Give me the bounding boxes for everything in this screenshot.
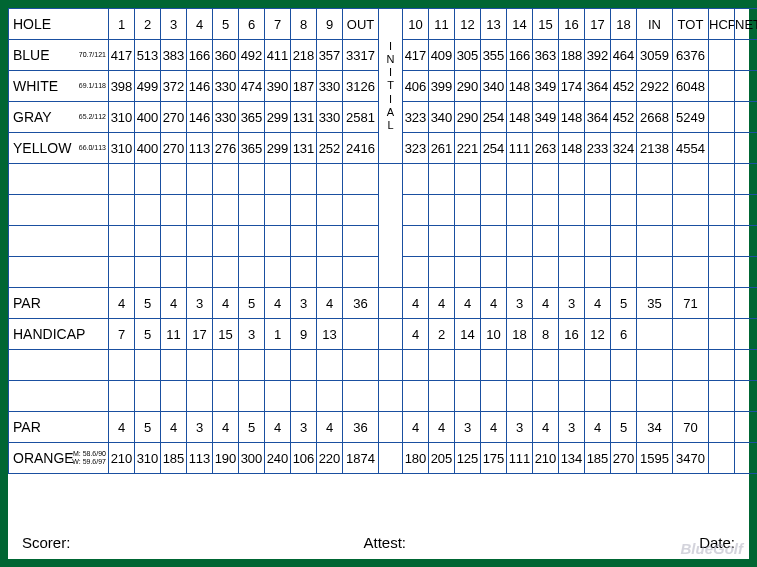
tot-cell: 4554 <box>673 133 709 164</box>
hcp-cell <box>709 319 735 350</box>
cell: 131 <box>291 133 317 164</box>
cell: 300 <box>239 443 265 474</box>
cell <box>291 257 317 288</box>
cell <box>161 164 187 195</box>
cell: 4 <box>161 288 187 319</box>
cell: 5 <box>239 288 265 319</box>
cell: 2 <box>429 319 455 350</box>
cell <box>481 164 507 195</box>
cell: 4 <box>481 288 507 319</box>
cell: 349 <box>533 71 559 102</box>
cell: 10 <box>481 319 507 350</box>
cell: 3 <box>291 412 317 443</box>
in-cell <box>637 226 673 257</box>
tot-cell <box>673 319 709 350</box>
cell: 4 <box>317 412 343 443</box>
hole-7: 7 <box>265 9 291 40</box>
net-cell <box>735 195 758 226</box>
tot-label: TOT <box>673 9 709 40</box>
cell: 392 <box>585 40 611 71</box>
cell <box>611 164 637 195</box>
hole-9: 9 <box>317 9 343 40</box>
cell <box>507 195 533 226</box>
cell <box>317 257 343 288</box>
cell <box>455 350 481 381</box>
cell <box>403 381 429 412</box>
cell <box>559 381 585 412</box>
hole-13: 13 <box>481 9 507 40</box>
in-cell <box>637 257 673 288</box>
initial-blank <box>379 412 403 443</box>
tot-cell <box>673 164 709 195</box>
cell: 4 <box>265 288 291 319</box>
cell <box>109 226 135 257</box>
cell: 406 <box>403 71 429 102</box>
cell <box>265 381 291 412</box>
cell: 254 <box>481 133 507 164</box>
tee-yellow: YELLOW66.0/113 <box>9 133 109 164</box>
cell <box>213 257 239 288</box>
tot-cell: 6376 <box>673 40 709 71</box>
cell <box>213 381 239 412</box>
cell: 270 <box>611 443 637 474</box>
cell: 323 <box>403 133 429 164</box>
footer: Scorer: Attest: Date: <box>8 534 749 551</box>
cell: 276 <box>213 133 239 164</box>
cell <box>481 350 507 381</box>
out-cell: 1874 <box>343 443 379 474</box>
cell <box>455 381 481 412</box>
cell <box>507 381 533 412</box>
out-cell <box>343 350 379 381</box>
initial-blank <box>379 443 403 474</box>
cell: 390 <box>265 71 291 102</box>
out-cell <box>343 195 379 226</box>
hole-18: 18 <box>611 9 637 40</box>
cell: 113 <box>187 133 213 164</box>
cell <box>403 195 429 226</box>
cell <box>559 195 585 226</box>
cell: 146 <box>187 71 213 102</box>
tot-cell <box>673 226 709 257</box>
out-cell <box>343 381 379 412</box>
attest-label: Attest: <box>363 534 406 551</box>
cell: 372 <box>161 71 187 102</box>
cell <box>161 381 187 412</box>
cell: 180 <box>403 443 429 474</box>
net-cell <box>735 443 758 474</box>
cell: 210 <box>109 443 135 474</box>
cell: 134 <box>559 443 585 474</box>
cell: 4 <box>317 288 343 319</box>
cell <box>533 257 559 288</box>
cell: 365 <box>239 133 265 164</box>
out-cell <box>343 319 379 350</box>
cell: 270 <box>161 102 187 133</box>
cell <box>187 350 213 381</box>
cell <box>265 164 291 195</box>
cell: 9 <box>291 319 317 350</box>
initial-label: INITIAL <box>379 9 403 164</box>
hcp-cell <box>709 102 735 133</box>
cell: 492 <box>239 40 265 71</box>
cell: 111 <box>507 443 533 474</box>
cell: 4 <box>109 412 135 443</box>
in-cell <box>637 350 673 381</box>
player-row <box>9 350 109 381</box>
cell <box>135 195 161 226</box>
cell: 4 <box>429 412 455 443</box>
cell <box>481 226 507 257</box>
cell: 4 <box>429 288 455 319</box>
initial-blank <box>379 350 403 381</box>
cell: 7 <box>109 319 135 350</box>
in-cell: 3059 <box>637 40 673 71</box>
hcp-cell <box>709 133 735 164</box>
cell: 1 <box>265 319 291 350</box>
cell <box>611 350 637 381</box>
cell <box>239 381 265 412</box>
cell <box>161 257 187 288</box>
cell <box>585 164 611 195</box>
cell: 398 <box>109 71 135 102</box>
cell <box>481 381 507 412</box>
cell <box>239 164 265 195</box>
cell <box>109 195 135 226</box>
cell <box>109 350 135 381</box>
